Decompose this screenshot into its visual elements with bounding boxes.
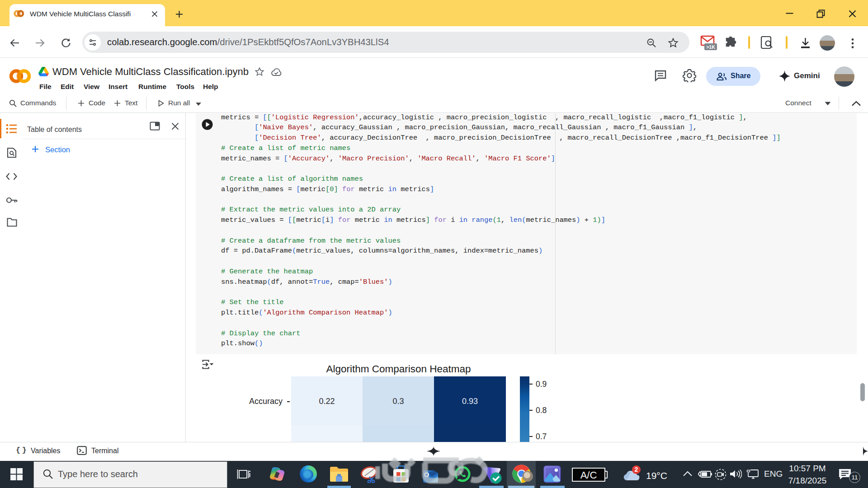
svg-text:2: 2	[635, 466, 638, 473]
svg-text:>1K: >1K	[706, 44, 715, 50]
